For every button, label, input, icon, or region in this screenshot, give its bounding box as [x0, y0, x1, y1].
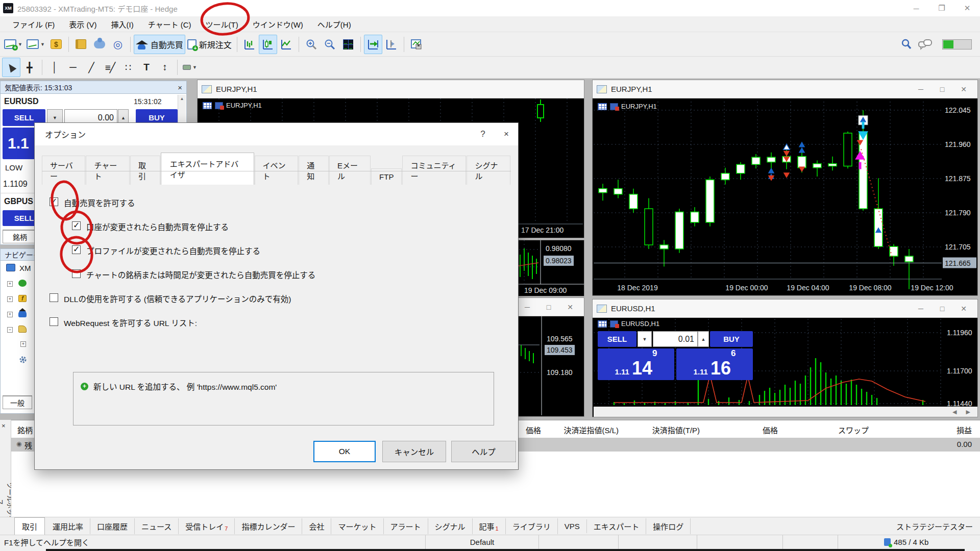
candlestick-button[interactable] — [259, 35, 277, 54]
chevron-down-icon[interactable]: ▼ — [40, 42, 45, 47]
volume-field[interactable]: 0.01 — [653, 331, 698, 347]
data-folder-button[interactable]: $ — [47, 35, 65, 54]
strategy-tester-label[interactable]: ストラテジーテスター — [896, 521, 973, 532]
sell-price-box[interactable]: 1.11149 — [598, 348, 674, 380]
chevron-down-icon[interactable]: ▼ — [192, 65, 197, 70]
depth-of-market-icon[interactable] — [598, 103, 607, 110]
depth-of-market-icon[interactable] — [203, 102, 212, 109]
toolbox-tab-8[interactable]: アラート — [384, 518, 428, 534]
minimize-icon[interactable]: ─ — [910, 81, 932, 98]
menu-item-f[interactable]: ファイル (F) — [5, 17, 62, 32]
zoom-in-button[interactable] — [302, 35, 321, 54]
maximize-icon[interactable]: □ — [932, 81, 953, 98]
zoom-out-button[interactable] — [321, 35, 339, 54]
sell-button[interactable]: SELL — [598, 331, 636, 347]
cursor-tool-button[interactable] — [2, 58, 20, 77]
bar-chart-button[interactable] — [240, 35, 259, 54]
tile-windows-button[interactable] — [339, 35, 357, 54]
horizontal-line-tool-button[interactable]: ─ — [64, 58, 82, 77]
minimize-icon[interactable]: ─ — [517, 298, 538, 316]
chart-area[interactable]: 1.119601.117001.11440 EURUSD,H1 SELL ▼ 0… — [594, 318, 977, 407]
volume-dropdown[interactable]: ▼ — [638, 331, 652, 347]
dialog-tab-0[interactable]: サーバー — [42, 156, 85, 185]
dialog-tab-5[interactable]: 通知 — [299, 156, 329, 185]
buy-button[interactable]: BUY — [710, 331, 753, 347]
tree-expand-icon[interactable]: + — [20, 341, 26, 347]
close-icon[interactable]: ✕ — [953, 81, 974, 98]
search-button[interactable] — [897, 35, 916, 54]
toolbox-tab-3[interactable]: ニュース — [135, 518, 179, 534]
shapes-tool-button[interactable]: ▼ — [181, 58, 199, 77]
toolbox-tab-14[interactable]: 操作ログ — [646, 518, 691, 534]
tab-common[interactable]: 一般 — [3, 395, 32, 409]
dialog-tab-1[interactable]: チャート — [86, 156, 129, 185]
new-order-button[interactable]: + 新規注文 — [185, 35, 234, 54]
tree-collapse-icon[interactable]: − — [7, 327, 13, 333]
toolbox-tab-0[interactable]: 取引 — [14, 517, 45, 535]
new-chart-button[interactable]: +▼ — [2, 35, 24, 54]
table-column-header-0[interactable]: 銘柄 — [17, 424, 33, 435]
buy-price-box[interactable]: 1.11166 — [676, 348, 753, 380]
ok-button[interactable]: OK — [313, 441, 376, 462]
close-icon[interactable]: × — [2, 422, 6, 430]
one-click-trading-icon[interactable] — [610, 103, 618, 110]
dialog-checkbox-1[interactable] — [72, 221, 81, 230]
dialog-checkbox-5[interactable] — [50, 317, 58, 326]
table-column-header-6[interactable]: 損益 — [957, 424, 972, 435]
table-column-header-3[interactable]: 決済指値(T/P) — [652, 424, 700, 435]
dialog-tab-9[interactable]: シグナル — [467, 156, 510, 185]
scroll-right-icon[interactable]: ▶ — [966, 409, 970, 415]
table-column-header-5[interactable]: スワップ — [838, 424, 869, 435]
toolbox-tab-12[interactable]: VPS — [558, 519, 587, 533]
cancel-button[interactable]: キャンセル — [382, 441, 446, 462]
text-tool-button[interactable]: T — [137, 58, 156, 77]
community-button[interactable] — [90, 35, 109, 54]
toolbox-tab-9[interactable]: シグナル — [428, 518, 473, 534]
url-add-row[interactable]: + 新しい URL を追加する、 例 'https://www.mql5.com… — [81, 381, 277, 392]
fibonacci-tool-button[interactable]: ≡╱ — [101, 58, 119, 77]
chart-window-titlebar[interactable]: EURJPY,H1 — [198, 80, 584, 98]
dialog-tab-3[interactable]: エキスパートアドバイザ — [161, 153, 254, 185]
close-icon[interactable]: × — [178, 83, 182, 92]
maximize-button[interactable]: ❐ — [929, 0, 954, 16]
close-icon[interactable]: ✕ — [953, 300, 974, 317]
chart-shift-button[interactable] — [382, 35, 401, 54]
dialog-tab-8[interactable]: コミュニティー — [402, 156, 466, 185]
dialog-checkbox-4[interactable] — [50, 293, 58, 302]
help-button[interactable]: ヘルプ — [451, 441, 516, 462]
crosshair-tool-button[interactable]: ╋ — [20, 58, 39, 77]
one-click-trading-icon[interactable] — [610, 320, 618, 328]
volume-up-stepper[interactable]: ▲ — [698, 331, 709, 347]
dialog-checkbox-0[interactable] — [50, 197, 58, 206]
toolbox-tab-13[interactable]: エキスパート — [587, 518, 647, 534]
toolbox-tab-1[interactable]: 運用比率 — [46, 518, 90, 534]
toolbox-tab-6[interactable]: 会社 — [302, 518, 331, 534]
add-icon[interactable]: + — [81, 383, 88, 390]
tab-symbols[interactable]: 銘柄 — [3, 230, 37, 243]
scroll-left-icon[interactable]: ◀ — [952, 409, 957, 415]
toolbox-tab-4[interactable]: 受信トレイ7 — [179, 518, 235, 534]
chart-area[interactable]: 122.045121.960121.875121.790121.705121.6… — [594, 99, 977, 295]
history-center-button[interactable] — [72, 35, 90, 54]
scroll-up-icon[interactable]: ▲ — [178, 95, 186, 101]
dialog-titlebar[interactable]: オプション — [35, 123, 518, 145]
tree-expand-icon[interactable]: + — [7, 312, 13, 317]
minimize-icon[interactable]: ─ — [910, 300, 932, 317]
line-chart-button[interactable] — [277, 35, 296, 54]
minimize-button[interactable]: ─ — [903, 0, 929, 16]
signals-button[interactable]: ◎ — [109, 35, 127, 54]
tree-expand-icon[interactable]: + — [7, 296, 13, 302]
chart-window-titlebar[interactable]: EURUSD,H1 ─ □ ✕ — [593, 299, 977, 318]
close-icon[interactable]: ✕ — [559, 298, 581, 316]
menu-item-i[interactable]: 挿入(I) — [104, 17, 141, 32]
dialog-tab-2[interactable]: 取引 — [130, 156, 160, 185]
dialog-checkbox-2[interactable] — [72, 245, 81, 254]
dialog-tab-6[interactable]: Eメール — [329, 156, 371, 185]
grid-tool-button[interactable]: ∷ — [119, 58, 137, 77]
table-column-header-1[interactable]: 価格 — [526, 424, 541, 435]
toolbox-tab-5[interactable]: 指標カレンダー — [235, 518, 302, 534]
menu-item-t[interactable]: ツール(T) — [199, 17, 246, 32]
dialog-tab-4[interactable]: イベント — [255, 156, 299, 185]
menu-item-w[interactable]: ウインドウ(W) — [246, 17, 310, 32]
vertical-line-tool-button[interactable]: │ — [45, 58, 64, 77]
